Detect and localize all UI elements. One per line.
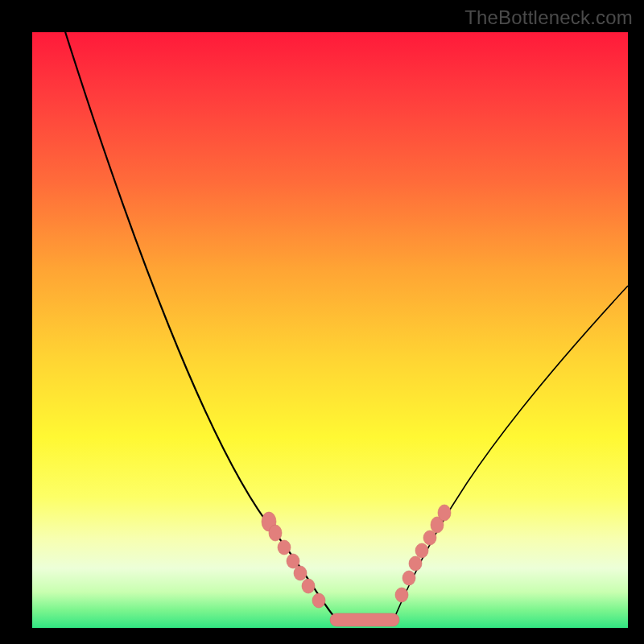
curve-right-branch: [393, 286, 628, 621]
chart-frame: TheBottleneck.com: [0, 0, 644, 644]
data-marker: [438, 505, 451, 521]
minimum-bar: [330, 613, 399, 626]
data-marker: [402, 571, 415, 585]
data-marker: [423, 530, 436, 545]
data-marker: [294, 566, 307, 580]
data-marker: [302, 579, 315, 593]
plot-area: [32, 32, 628, 628]
data-marker: [415, 543, 428, 558]
data-marker: [287, 554, 299, 568]
watermark-text: TheBottleneck.com: [464, 6, 633, 29]
curve-left-branch: [63, 24, 338, 621]
curve-layer: [32, 32, 628, 628]
data-marker: [278, 540, 291, 555]
data-marker: [269, 525, 282, 541]
data-marker: [312, 593, 325, 608]
data-marker: [395, 588, 408, 602]
markers-group: [262, 505, 451, 608]
data-marker: [409, 556, 422, 571]
